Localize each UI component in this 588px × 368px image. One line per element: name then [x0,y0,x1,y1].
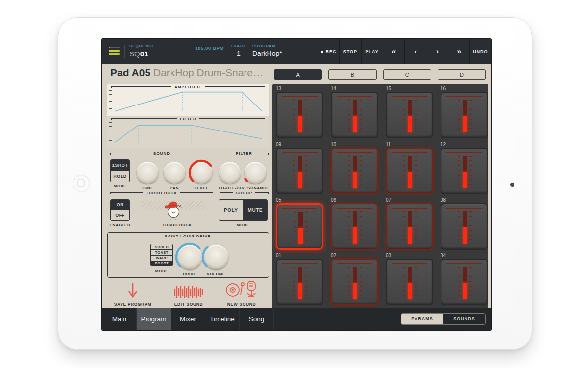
pad-mode-option-hold[interactable]: HOLD [111,171,129,182]
transport-rec-button[interactable]: REC [318,39,339,64]
sequence-display[interactable]: SEQUENCE SQ01 [129,44,155,58]
sequence-value: SQ01 [129,50,155,58]
turbo-duck-option-off[interactable]: OFF [111,210,129,221]
meter-ticks [469,211,472,244]
download-arrow-icon [127,282,138,299]
bank-tab-A[interactable]: A [274,69,322,80]
turbo-duck-on-off-toggle: ONOFF [110,199,130,221]
drive-mode-option-shred[interactable]: SHRED [151,244,172,249]
tab-main[interactable]: Main [102,308,137,330]
menu-line [109,53,120,55]
pad-mode-option-1shot[interactable]: 1SHOT [111,160,129,171]
bank-tab-D[interactable]: D [438,69,486,80]
transport-rewind-button[interactable]: « [383,39,404,64]
meter-ticks [360,156,362,188]
bank-tab-B[interactable]: B [328,69,376,80]
pad-16[interactable] [441,92,488,138]
pad-14[interactable] [331,92,378,138]
pad-12[interactable] [441,148,488,194]
section-title: SOUND [153,152,170,156]
view-sounds-button[interactable]: SOUNDS [443,314,485,324]
tab-mixer[interactable]: Mixer [171,308,205,330]
pad-11[interactable] [386,148,433,194]
transport-step-forward-button[interactable]: › [426,39,447,64]
transport-fast-forward-button[interactable]: » [448,39,469,64]
transport-step-back-button[interactable]: ‹ [404,39,426,64]
program-value: DarkHop* [252,50,282,57]
divider [227,45,227,58]
pad-top-line [282,263,318,264]
menu-icon[interactable] [109,47,121,57]
meter-ticks [415,211,417,244]
tab-timeline[interactable]: Timeline [205,308,240,330]
pad-number: 06 [331,197,336,203]
tab-song[interactable]: Song [240,308,274,330]
pad-09[interactable] [276,148,323,194]
pad-01[interactable] [276,259,323,305]
track-display[interactable]: TRACK 1 [230,44,247,57]
pad-06[interactable] [331,203,378,250]
pad-04[interactable] [441,259,488,305]
turbo-duck-option-on[interactable]: ON [111,200,129,210]
group-mode-option-mute[interactable]: MUTE [243,200,268,220]
meter-bright-segment [298,116,302,132]
pad-15[interactable] [386,92,433,138]
meter-ticks [305,100,307,132]
meter-bright-segment [298,283,302,299]
resonance-knob[interactable]: RESONANCE [236,162,275,190]
pad-03[interactable] [386,259,433,305]
meter-dim-segment [408,211,412,227]
app-screen: SEQUENCE SQ01 105.00 BPM TRACK 1 PROGRAM… [101,38,492,331]
bracket-line [149,236,162,237]
bank-tab-C[interactable]: C [383,69,431,80]
meter-ticks [403,211,405,244]
pad-number: 02 [331,253,336,258]
transport-undo-button[interactable]: UNDO [469,39,491,64]
bpm-display[interactable]: 105.00 BPM [171,45,224,51]
tab-program[interactable]: Program [137,308,171,330]
program-display[interactable]: PROGRAM DarkHop* [252,44,282,57]
meter-bright-segment [353,283,357,299]
envelope-filter[interactable]: FILTER [107,116,269,148]
pad-05[interactable] [276,203,323,250]
transport-play-button[interactable]: PLAY [361,39,383,64]
pad-top-line [446,96,482,97]
saint-louis-drive-header: SAINT LOUIS DRIVE [149,236,226,239]
pad-02[interactable] [331,259,378,305]
save-program-button[interactable]: SAVE PROGRAM [106,281,160,307]
group-mode-caption: MODE [228,223,258,227]
pad-top-line [337,152,372,153]
bracket-line [220,192,233,194]
menu-line [109,50,120,52]
edit-sound-button[interactable]: EDIT SOUND [162,281,216,307]
meter-ticks [348,267,350,299]
pad-07[interactable] [386,203,433,250]
view-params-button[interactable]: PARAMS [401,314,443,324]
vinyl-and-mic-icon [225,280,258,299]
rec-dot-icon [321,51,323,53]
poly-mute-toggle: POLYMUTE [219,199,268,221]
pad-13[interactable] [276,92,323,138]
meter-bright-segment [408,172,412,188]
pad-number: 15 [386,86,391,91]
drive-mode-option-warp[interactable]: WARP [151,255,172,261]
bottom-bar: MainProgramMixerTimelineSong PARAMSSOUND… [102,308,491,330]
drive-mode-option-toast[interactable]: TOAST [151,249,172,255]
pad-10[interactable] [331,148,378,194]
envelope-amplitude[interactable]: AMPLITUDE [107,84,269,116]
meter-ticks [458,267,460,299]
section-title: GROUP [236,191,252,195]
new-sound-button[interactable]: NEW SOUND [215,281,269,307]
pad-08[interactable] [441,203,488,250]
meter-dim-segment [353,267,357,283]
turbo-duck-slider[interactable] [141,199,213,221]
volume-knob[interactable]: VOLUME [196,245,236,276]
bracket-line [214,236,226,237]
drive-mode-option-boost[interactable]: BOOST [151,261,172,266]
transport-stop-button[interactable]: STOP [339,39,361,64]
home-button[interactable] [73,175,90,192]
knob-dial [204,245,228,269]
meter-ticks [415,156,417,188]
group-mode-option-poly[interactable]: POLY [219,200,243,220]
meter-ticks [305,212,308,244]
